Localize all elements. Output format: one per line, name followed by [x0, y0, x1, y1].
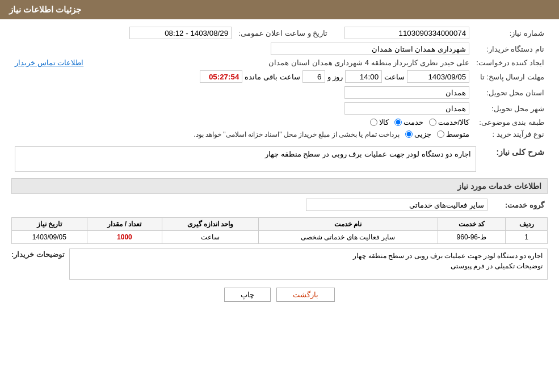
purchase-type-label: نوع فرآیند خرید :: [473, 128, 548, 140]
col-service-code: کد خدمت: [438, 218, 505, 231]
col-service-name: نام خدمت: [259, 218, 438, 231]
info-table: شماره نیاز: تاریخ و ساعت اعلان عمومی: نا…: [11, 25, 548, 140]
purchase-type-note: پرداخت تمام یا بخشی از مبلغ خریداز محل "…: [194, 130, 400, 138]
purchase-type-medium[interactable]: متوسط: [437, 130, 469, 138]
contact-info-link[interactable]: اطلاعات تماس خریدار: [15, 58, 83, 67]
creator-label: ایجاد کننده درخواست:: [473, 57, 548, 69]
announce-datetime-label: تاریخ و ساعت اعلان عمومی:: [235, 25, 331, 41]
need-desc-value: اجاره دو دستگاه لودر جهت عملیات برف روبی…: [265, 150, 471, 158]
need-desc-table: شرح کلی نیاز: اجاره دو دستگاه لودر جهت ع…: [11, 145, 548, 174]
print-button[interactable]: چاپ: [224, 288, 271, 302]
delivery-city-label: شهر محل تحویل:: [473, 100, 548, 116]
send-deadline-days-label: روز و: [327, 73, 343, 81]
subject-type-service-label: خدمت: [404, 118, 423, 127]
send-deadline-time-input[interactable]: [345, 70, 382, 83]
buyer-notes-label: توضیحات خریدار:: [11, 248, 65, 259]
services-table: ردیف کد خدمت نام خدمت واحد اندازه گیری ت…: [11, 217, 548, 244]
buyer-notes-box: اجاره دو دستگاه لودر جهت عملیات برف روبی…: [69, 248, 548, 280]
col-quantity: تعداد / مقدار: [87, 218, 162, 231]
cell-service-code: ط-96-960: [438, 231, 505, 244]
services-section-header: اطلاعات خدمات مورد نیاز: [11, 178, 548, 194]
purchase-type-partial-label: جزیی: [414, 130, 431, 138]
buyer-notes-line1: اجاره دو دستگاه لودر جهت عملیات برف روبی…: [74, 252, 543, 260]
delivery-province-input[interactable]: [344, 86, 469, 99]
subject-type-goods-service-label: کالا/خدمت: [438, 118, 470, 127]
col-unit: واحد اندازه گیری: [162, 218, 259, 231]
service-group-table: گروه خدمت:: [11, 197, 548, 213]
col-date: تاریخ نیاز: [12, 218, 87, 231]
page-header: جزئیات اطلاعات نیاز: [0, 0, 559, 19]
send-deadline-label: مهلت ارسال پاسخ: تا: [473, 69, 548, 85]
buyer-org-label: نام دستگاه خریدار:: [473, 41, 548, 57]
cell-date: 1403/09/05: [12, 231, 87, 244]
cell-quantity: 1000: [87, 231, 162, 244]
purchase-type-medium-label: متوسط: [446, 130, 469, 138]
subject-type-label: طبقه بندی موضوعی:: [473, 116, 548, 128]
need-desc-label: شرح کلی نیاز:: [497, 147, 544, 157]
buyer-org-input[interactable]: [271, 43, 469, 55]
send-deadline-remaining-label: ساعت باقی مانده: [245, 73, 300, 81]
need-desc-box: اجاره دو دستگاه لودر جهت عملیات برف روبی…: [15, 146, 476, 172]
table-row: 1 ط-96-960 سایر فعالیت های خدماتی شخصی س…: [12, 231, 548, 244]
cell-row-num: 1: [506, 231, 548, 244]
buyer-notes-section: توضیحات خریدار: اجاره دو دستگاه لودر جهت…: [11, 248, 548, 280]
send-deadline-date-input[interactable]: [407, 70, 469, 83]
delivery-province-label: استان محل تحویل:: [473, 85, 548, 100]
creator-value: علی حیدر نظری کاربرداز منطقه 4 شهرداری ه…: [268, 58, 469, 67]
purchase-type-partial[interactable]: جزیی: [405, 130, 431, 138]
subject-type-goods-label: کالا: [379, 118, 389, 127]
back-button[interactable]: بازگشت: [276, 288, 335, 302]
subject-type-service[interactable]: خدمت: [394, 118, 423, 127]
cell-service-name: سایر فعالیت های خدماتی شخصی: [259, 231, 438, 244]
need-number-input[interactable]: [344, 27, 469, 39]
buttons-row: چاپ بازگشت: [11, 288, 548, 302]
subject-type-goods[interactable]: کالا: [370, 118, 389, 127]
subject-type-goods-service[interactable]: کالا/خدمت: [429, 118, 470, 127]
need-number-label: شماره نیاز:: [473, 25, 548, 41]
page-title: جزئیات اطلاعات نیاز: [9, 5, 81, 14]
delivery-city-input[interactable]: [344, 102, 469, 115]
send-deadline-time-label: ساعت: [384, 73, 405, 81]
service-group-input[interactable]: [306, 199, 487, 211]
send-deadline-days-input[interactable]: [302, 70, 325, 83]
service-group-label: گروه خدمت:: [491, 197, 548, 213]
col-row-num: ردیف: [506, 218, 548, 231]
send-deadline-remaining-input[interactable]: [200, 70, 242, 83]
buyer-notes-line2: توضیحات تکمیلی در فرم پیوستی: [74, 262, 543, 270]
announce-datetime-input[interactable]: [129, 27, 232, 39]
cell-unit: ساعت: [162, 231, 259, 244]
